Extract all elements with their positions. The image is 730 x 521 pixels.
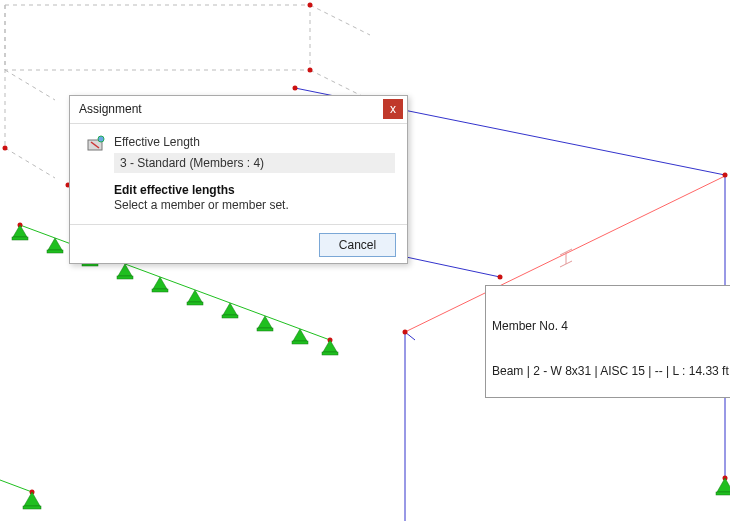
svg-rect-33 xyxy=(187,302,203,305)
assignment-dialog: Assignment x Effective Length 3 - Standa… xyxy=(69,95,408,264)
dialog-titlebar[interactable]: Assignment x xyxy=(70,96,407,124)
svg-rect-23 xyxy=(12,237,28,240)
svg-point-12 xyxy=(293,86,298,91)
svg-point-10 xyxy=(308,3,313,8)
svg-rect-31 xyxy=(152,289,168,292)
svg-rect-25 xyxy=(47,250,63,253)
svg-marker-40 xyxy=(323,340,337,352)
effective-length-icon xyxy=(86,134,106,154)
svg-point-16 xyxy=(403,330,408,335)
dialog-body: Effective Length 3 - Standard (Members :… xyxy=(70,124,407,225)
close-button[interactable]: x xyxy=(383,99,403,119)
instruction-title: Edit effective lengths xyxy=(114,183,395,197)
svg-rect-29 xyxy=(117,276,133,279)
svg-rect-41 xyxy=(322,352,338,355)
effective-length-selection[interactable]: 3 - Standard (Members : 4) xyxy=(114,153,395,173)
svg-point-15 xyxy=(498,275,503,280)
dialog-footer: Cancel xyxy=(70,225,407,263)
svg-marker-42 xyxy=(24,492,40,506)
beams-green xyxy=(0,225,330,492)
svg-point-13 xyxy=(723,173,728,178)
tooltip-line-1: Member No. 4 xyxy=(492,319,729,334)
dialog-title: Assignment xyxy=(79,102,142,116)
svg-rect-43 xyxy=(23,506,41,509)
svg-point-20 xyxy=(3,146,8,151)
svg-marker-44 xyxy=(717,478,730,492)
svg-point-11 xyxy=(308,68,313,73)
instruction-subtitle: Select a member or member set. xyxy=(114,198,395,212)
svg-rect-45 xyxy=(716,492,730,495)
svg-rect-39 xyxy=(292,341,308,344)
svg-point-48 xyxy=(98,136,104,142)
svg-line-9 xyxy=(0,480,32,492)
tooltip-line-2: Beam | 2 - W 8x31 | AISC 15 | -- | L : 1… xyxy=(492,364,729,379)
svg-rect-37 xyxy=(257,328,273,331)
member-tooltip: Member No. 4 Beam | 2 - W 8x31 | AISC 15… xyxy=(485,285,730,398)
cancel-button[interactable]: Cancel xyxy=(319,233,396,257)
close-icon: x xyxy=(390,102,396,116)
svg-rect-35 xyxy=(222,315,238,318)
section-title: Effective Length xyxy=(114,135,395,149)
